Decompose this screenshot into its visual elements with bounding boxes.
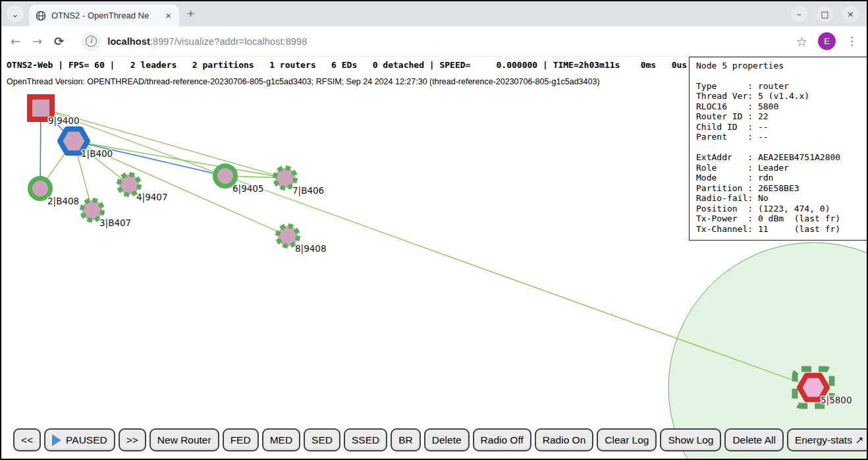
tab-favicon-globe-icon <box>36 11 46 21</box>
toolbar-button-label: SED <box>312 434 333 446</box>
address-bar-right: ☆ E ⋮ <box>796 32 857 50</box>
node-label-2: 2|B408 <box>47 196 79 207</box>
tab-close-icon[interactable]: × <box>164 10 173 21</box>
toolbar-button-med[interactable]: MED <box>262 428 300 451</box>
node-label-6: 6|9405 <box>232 183 264 194</box>
browser-window: ⌄ OTNS2 - OpenThread Ne × + – □ × ← → ⟳ <box>0 0 868 460</box>
tab-title: OTNS2 - OpenThread Ne <box>51 11 159 20</box>
toolbar-button-label: SSED <box>352 434 379 446</box>
toolbar-button-show-log[interactable]: Show Log <box>660 428 721 451</box>
toolbar-button-energy-stats[interactable]: Energy-stats ↗ <box>787 428 867 451</box>
toolbar-button-delete-all[interactable]: Delete All <box>724 428 783 451</box>
toolbar-button-label: << <box>21 434 33 446</box>
forward-icon[interactable]: → <box>32 34 42 48</box>
node-properties-title: Node 5 properties <box>696 61 867 71</box>
toolbar-button-sed[interactable]: SED <box>304 428 340 451</box>
bookmark-star-icon[interactable]: ☆ <box>796 34 807 49</box>
new-tab-button[interactable]: + <box>187 7 194 21</box>
toolbar-button-label: Radio On <box>543 434 585 446</box>
site-info-button[interactable]: i <box>81 32 101 51</box>
tab-strip: ⌄ OTNS2 - OpenThread Ne × + – □ × <box>1 1 867 26</box>
toolbar-button-new-router[interactable]: New Router <box>149 428 219 451</box>
toolbar-button-pause[interactable]: PAUSED <box>44 428 115 451</box>
radio-range-circle <box>668 243 867 459</box>
url-text[interactable]: localhost:8997/visualize?addr=localhost:… <box>107 36 307 47</box>
url-rest: :8997/visualize?addr=localhost:8998 <box>150 36 308 47</box>
toolbar-button-label: New Router <box>157 434 211 446</box>
toolbar-button-label: Energy-stats ↗ <box>795 434 863 446</box>
browser-menu-icon[interactable]: ⋮ <box>846 34 857 48</box>
toolbar-button-label: FED <box>231 434 251 446</box>
toolbar-button-label: Delete <box>432 434 462 446</box>
back-icon[interactable]: ← <box>11 34 20 48</box>
toolbar-button-ssed[interactable]: SSED <box>344 428 387 451</box>
node-label-3: 3|B407 <box>99 217 131 229</box>
node-label-4: 4|9407 <box>136 192 168 203</box>
toolbar-button-label: PAUSED <box>66 434 107 446</box>
minimize-button[interactable]: – <box>791 6 807 22</box>
info-icon: i <box>86 36 97 47</box>
chevron-down-icon: ⌄ <box>12 9 19 19</box>
toolbar-button-label: BR <box>398 434 413 446</box>
network-edge-1-7 <box>74 141 285 178</box>
toolbar-button-label: >> <box>126 434 138 446</box>
toolbar-button-clear-log[interactable]: Clear Log <box>597 428 657 451</box>
toolbar-button-delete[interactable]: Delete <box>424 428 470 451</box>
toolbar-button-label: Clear Log <box>605 434 649 446</box>
toolbar-button-label: Radio Off <box>481 434 524 446</box>
toolbar-button-label: MED <box>270 434 292 446</box>
close-button[interactable]: × <box>842 6 859 22</box>
otns-visualizer-page: OTNS2-Web | FPS= 60 | 2 leaders 2 partit… <box>1 57 867 459</box>
simulation-toolbar: <<PAUSED>>New RouterFEDMEDSEDSSEDBRDelet… <box>13 428 867 451</box>
toolbar-button-speed-up[interactable]: >> <box>119 428 146 451</box>
play-icon <box>52 434 61 446</box>
maximize-button[interactable]: □ <box>817 6 833 22</box>
profile-avatar[interactable]: E <box>818 32 836 50</box>
openthread-version-line: OpenThread Version: OPENTHREAD/thread-re… <box>7 77 600 86</box>
toolbar-button-br[interactable]: BR <box>391 428 421 451</box>
toolbar-button-radio-on[interactable]: Radio On <box>535 428 593 451</box>
tab-search-button[interactable]: ⌄ <box>7 5 24 22</box>
url-host: localhost <box>107 36 150 47</box>
toolbar-button-label: Delete All <box>732 434 775 446</box>
toolbar-button-fed[interactable]: FED <box>223 428 259 451</box>
node-properties-body: Type : router Thread Ver: 5 (v1.4.x) RLO… <box>696 81 867 235</box>
toolbar-button-speed-down[interactable]: << <box>13 428 41 451</box>
node-properties-panel: Node 5 properties Type : router Thread V… <box>689 57 867 241</box>
reload-icon[interactable]: ⟳ <box>54 34 64 48</box>
toolbar-button-radio-off[interactable]: Radio Off <box>473 428 531 451</box>
toolbar-button-label: Show Log <box>668 434 713 446</box>
window-controls: – □ × <box>791 6 859 22</box>
node-label-5: 5|5800 <box>821 395 852 406</box>
node-label-8: 8|9408 <box>295 243 327 254</box>
node-label-7: 7|B406 <box>292 185 324 196</box>
url-field[interactable]: i localhost:8997/visualize?addr=localhos… <box>76 32 784 51</box>
tab-otns2[interactable]: OTNS2 - OpenThread Ne × <box>29 5 179 26</box>
address-bar: ← → ⟳ i localhost:8997/visualize?addr=lo… <box>1 26 867 57</box>
node-label-1: 1|B400 <box>81 148 113 159</box>
node-label-9: 9|9400 <box>48 115 80 127</box>
simulation-status-bar: OTNS2-Web | FPS= 60 | 2 leaders 2 partit… <box>7 60 687 70</box>
